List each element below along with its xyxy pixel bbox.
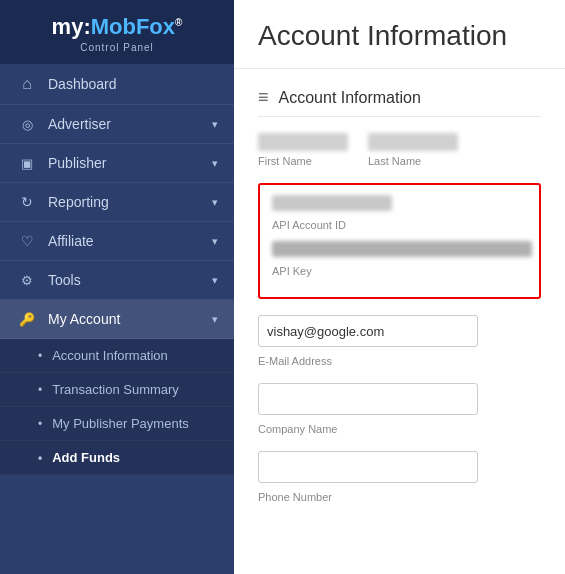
company-label: Company Name [258, 423, 337, 435]
first-name-value [258, 133, 348, 151]
sidebar-item-publisher[interactable]: ▣ Publisher ▾ [0, 144, 234, 183]
sidebar-item-add-funds[interactable]: Add Funds [0, 441, 234, 475]
last-name-field: Last Name [368, 133, 458, 167]
api-info-box: API Account ID API Key [258, 183, 541, 299]
api-account-id-value [272, 195, 392, 211]
logo-subtitle: Control Panel [16, 42, 218, 53]
chevron-down-icon: ▾ [212, 157, 218, 170]
email-field[interactable] [258, 315, 478, 347]
email-group: E-Mail Address [258, 315, 541, 369]
company-field[interactable] [258, 383, 478, 415]
sidebar-item-advertiser[interactable]: ◎ Advertiser ▾ [0, 105, 234, 144]
chevron-down-icon: ▾ [212, 196, 218, 209]
section-header: ≡ Account Information [258, 87, 541, 117]
company-group: Company Name [258, 383, 541, 437]
phone-field[interactable] [258, 451, 478, 483]
section-icon: ≡ [258, 87, 269, 108]
sidebar-item-label: Advertiser [48, 116, 212, 132]
page-title: Account Information [258, 20, 541, 52]
sidebar-item-reporting[interactable]: ↻ Reporting ▾ [0, 183, 234, 222]
sidebar-item-transaction-summary[interactable]: Transaction Summary [0, 373, 234, 407]
first-name-label: First Name [258, 155, 348, 167]
api-key-label: API Key [272, 265, 312, 277]
api-account-id-field: API Account ID [272, 195, 527, 233]
chevron-down-icon: ▾ [212, 235, 218, 248]
sidebar-item-label: Dashboard [48, 76, 218, 92]
reporting-icon: ↻ [16, 194, 38, 210]
sidebar-item-label: Affiliate [48, 233, 212, 249]
sidebar-item-publisher-payments[interactable]: My Publisher Payments [0, 407, 234, 441]
api-key-field: API Key [272, 241, 527, 279]
affiliate-icon: ♡ [16, 233, 38, 249]
sub-nav-label: Add Funds [52, 450, 120, 465]
phone-label: Phone Number [258, 491, 332, 503]
page-header: Account Information [234, 0, 565, 69]
content-area: ≡ Account Information First Name Last Na… [234, 69, 565, 537]
phone-group: Phone Number [258, 451, 541, 505]
api-key-value [272, 241, 532, 257]
publisher-icon: ▣ [16, 156, 38, 171]
chevron-down-icon: ▾ [212, 313, 218, 326]
chevron-down-icon: ▾ [212, 274, 218, 287]
email-label: E-Mail Address [258, 355, 332, 367]
sidebar-item-my-account[interactable]: 🔑 My Account ▾ [0, 300, 234, 339]
sidebar: my:MobFox® Control Panel ⌂ Dashboard ◎ A… [0, 0, 234, 574]
last-name-label: Last Name [368, 155, 458, 167]
sidebar-item-affiliate[interactable]: ♡ Affiliate ▾ [0, 222, 234, 261]
section-title: Account Information [279, 89, 421, 107]
first-name-field: First Name [258, 133, 348, 167]
sidebar-item-account-information[interactable]: Account Information [0, 339, 234, 373]
sidebar-item-label: Tools [48, 272, 212, 288]
logo-area: my:MobFox® Control Panel [0, 0, 234, 64]
main-content: Account Information ≡ Account Informatio… [234, 0, 565, 574]
sub-nav-label: Transaction Summary [52, 382, 179, 397]
sidebar-item-dashboard[interactable]: ⌂ Dashboard [0, 64, 234, 105]
account-icon: 🔑 [16, 312, 38, 327]
account-sub-nav: Account Information Transaction Summary … [0, 339, 234, 475]
sub-nav-label: My Publisher Payments [52, 416, 189, 431]
name-row: First Name Last Name [258, 133, 541, 167]
sub-nav-label: Account Information [52, 348, 168, 363]
sidebar-item-label: Publisher [48, 155, 212, 171]
sidebar-item-label: Reporting [48, 194, 212, 210]
home-icon: ⌂ [16, 75, 38, 93]
sidebar-item-label: My Account [48, 311, 212, 327]
advertiser-icon: ◎ [16, 117, 38, 132]
logo: my:MobFox® [16, 14, 218, 40]
last-name-value [368, 133, 458, 151]
sidebar-item-tools[interactable]: ⚙ Tools ▾ [0, 261, 234, 300]
tools-icon: ⚙ [16, 273, 38, 288]
chevron-down-icon: ▾ [212, 118, 218, 131]
api-account-id-label: API Account ID [272, 219, 346, 231]
